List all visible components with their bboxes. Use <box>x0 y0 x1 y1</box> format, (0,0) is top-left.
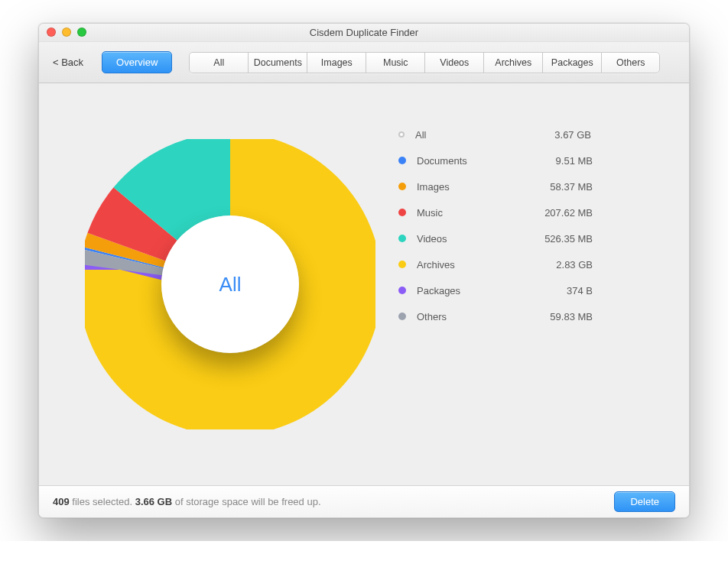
tab-packages[interactable]: Packages <box>542 52 601 73</box>
tab-others[interactable]: Others <box>601 52 660 73</box>
legend-row-others[interactable]: Others59.83 MB <box>398 303 666 329</box>
minimize-icon[interactable] <box>62 28 71 37</box>
legend-value: 374 B <box>516 285 593 296</box>
footer-text: 409 files selected. 3.66 GB of storage s… <box>53 496 321 507</box>
donut-chart: All <box>85 139 375 429</box>
selected-count-suffix: files selected. <box>70 496 135 507</box>
traffic-lights <box>47 28 86 37</box>
back-button[interactable]: < Back <box>50 53 86 71</box>
app-window: Cisdem Duplicate Finder < Back Overview … <box>38 23 690 518</box>
donut-center-label: All <box>161 215 299 353</box>
tab-archives[interactable]: Archives <box>483 52 542 73</box>
category-segmented-control: AllDocumentsImagesMusicVideosArchivesPac… <box>189 52 660 73</box>
freed-size: 3.66 GB <box>135 496 172 507</box>
legend-row-music[interactable]: Music207.62 MB <box>398 199 666 225</box>
footer: 409 files selected. 3.66 GB of storage s… <box>39 485 689 517</box>
legend-label: Images <box>417 181 516 193</box>
legend-swatch-archives <box>398 261 406 268</box>
delete-button[interactable]: Delete <box>614 491 675 512</box>
legend-value: 58.37 MB <box>516 181 593 193</box>
legend-row-videos[interactable]: Videos526.35 MB <box>398 225 666 251</box>
tab-all[interactable]: All <box>189 52 248 73</box>
tab-videos[interactable]: Videos <box>424 52 483 73</box>
close-icon[interactable] <box>47 28 56 37</box>
chart-area: All <box>62 99 398 470</box>
legend-swatch-all <box>398 131 405 138</box>
content-area: All All3.67 GBDocuments9.51 MBImages58.3… <box>39 83 689 485</box>
tab-documents[interactable]: Documents <box>248 52 307 73</box>
legend-value: 207.62 MB <box>516 207 593 219</box>
toolbar: < Back Overview AllDocumentsImagesMusicV… <box>39 42 689 83</box>
tab-music[interactable]: Music <box>366 52 424 73</box>
legend-value: 59.83 MB <box>516 311 593 322</box>
legend-label: Packages <box>417 285 516 296</box>
legend-swatch-packages <box>398 287 406 294</box>
legend-row-archives[interactable]: Archives2.83 GB <box>398 251 666 277</box>
legend-swatch-images <box>398 183 406 190</box>
zoom-icon[interactable] <box>77 28 86 37</box>
overview-button[interactable]: Overview <box>102 51 172 73</box>
legend-value: 2.83 GB <box>516 259 593 271</box>
legend-label: All <box>415 129 515 141</box>
legend-value: 9.51 MB <box>516 155 593 167</box>
selected-count: 409 <box>53 496 70 507</box>
legend-row-documents[interactable]: Documents9.51 MB <box>398 147 666 173</box>
legend-value: 526.35 MB <box>516 233 593 245</box>
legend-label: Videos <box>417 233 516 245</box>
freed-size-suffix: of storage space will be freed up. <box>172 496 320 507</box>
window-title: Cisdem Duplicate Finder <box>310 27 418 38</box>
legend-label: Others <box>417 311 516 322</box>
tab-images[interactable]: Images <box>307 52 366 73</box>
legend-row-images[interactable]: Images58.37 MB <box>398 173 666 199</box>
legend-label: Music <box>417 207 516 219</box>
legend-label: Archives <box>417 259 516 271</box>
legend-swatch-music <box>398 209 406 216</box>
legend-label: Documents <box>417 155 516 167</box>
legend-row-packages[interactable]: Packages374 B <box>398 277 666 303</box>
legend-swatch-videos <box>398 235 406 242</box>
legend: All3.67 GBDocuments9.51 MBImages58.37 MB… <box>398 99 666 470</box>
legend-swatch-others <box>398 313 406 320</box>
legend-value: 3.67 GB <box>515 129 591 141</box>
titlebar: Cisdem Duplicate Finder <box>39 24 689 42</box>
legend-swatch-documents <box>398 157 406 164</box>
legend-row-all[interactable]: All3.67 GB <box>398 122 666 147</box>
